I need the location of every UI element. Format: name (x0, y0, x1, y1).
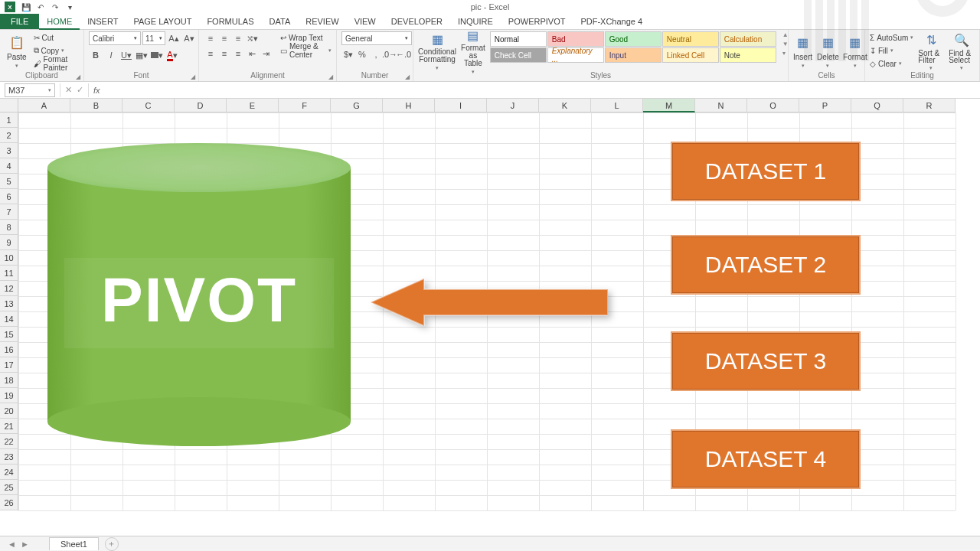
row-header-17[interactable]: 17 (0, 357, 18, 373)
row-header-12[interactable]: 12 (0, 281, 18, 296)
increase-decimal-button[interactable]: .0→ (383, 47, 397, 61)
column-header-P[interactable]: P (799, 99, 851, 112)
insert-cells-button[interactable]: ▦Insert▾ (793, 31, 812, 71)
clear-button[interactable]: ◇Clear▾ (870, 57, 913, 70)
row-header-14[interactable]: 14 (0, 311, 18, 327)
tab-review[interactable]: REVIEW (298, 14, 346, 29)
tab-page-layout[interactable]: PAGE LAYOUT (126, 14, 199, 29)
accounting-format-button[interactable]: $▾ (341, 47, 355, 61)
font-launcher-icon[interactable]: ◢ (191, 73, 195, 80)
save-icon[interactable]: 💾 (20, 2, 32, 12)
style-calculation[interactable]: Calculation (720, 31, 776, 47)
worksheet-grid[interactable]: ABCDEFGHIJKLMNOPQR 123456789101112131415… (0, 99, 980, 551)
shape-dataset-4[interactable]: DATASET 4 (671, 429, 861, 489)
tab-home[interactable]: HOME (39, 14, 80, 30)
grow-font-button[interactable]: A▴ (167, 31, 181, 45)
font-size-select[interactable]: 11▾ (142, 31, 165, 45)
row-header-1[interactable]: 1 (0, 112, 18, 128)
shape-left-arrow[interactable] (371, 279, 608, 326)
column-header-F[interactable]: F (279, 99, 331, 112)
decrease-indent-button[interactable]: ⇤ (245, 47, 259, 60)
align-top-button[interactable]: ≡ (204, 31, 217, 45)
column-header-G[interactable]: G (331, 99, 383, 112)
style-linked-cell[interactable]: Linked Cell (662, 47, 719, 63)
cut-button[interactable]: ✂Cut (34, 31, 79, 44)
shrink-font-button[interactable]: A▾ (182, 31, 196, 45)
column-header-J[interactable]: J (487, 99, 539, 112)
decrease-decimal-button[interactable]: ←.0 (397, 47, 410, 61)
sheet-nav-prev-icon[interactable]: ◄ (8, 540, 16, 549)
column-header-O[interactable]: O (747, 99, 799, 112)
orientation-button[interactable]: ⤭▾ (245, 31, 259, 45)
row-header-24[interactable]: 24 (0, 465, 18, 480)
paste-button[interactable]: 📋 Paste ▾ (5, 31, 29, 71)
column-header-D[interactable]: D (175, 99, 227, 112)
column-header-K[interactable]: K (539, 99, 591, 112)
row-header-10[interactable]: 10 (0, 250, 18, 266)
column-header-A[interactable]: A (18, 99, 70, 112)
format-as-table-button[interactable]: ▤ Format as Table▾ (461, 31, 485, 71)
merge-center-button[interactable]: ▭Merge & Center▾ (280, 44, 332, 57)
row-header-18[interactable]: 18 (0, 373, 18, 388)
row-header-16[interactable]: 16 (0, 342, 18, 357)
row-header-8[interactable]: 8 (0, 220, 18, 235)
style-input[interactable]: Input (605, 47, 662, 63)
row-header-20[interactable]: 20 (0, 403, 18, 419)
row-header-19[interactable]: 19 (0, 388, 18, 403)
column-header-L[interactable]: L (591, 99, 643, 112)
tab-formulas[interactable]: FORMULAS (199, 14, 261, 29)
name-box[interactable]: M37▾ (5, 83, 55, 97)
shape-cylinder-pivot[interactable]: PIVOT (47, 143, 351, 446)
row-header-15[interactable]: 15 (0, 327, 18, 342)
fill-color-button[interactable]: ▾ (150, 48, 164, 62)
number-format-select[interactable]: General▾ (341, 31, 412, 45)
style-explanatory[interactable]: Explanatory ... (547, 47, 604, 63)
row-header-13[interactable]: 13 (0, 296, 18, 311)
conditional-formatting-button[interactable]: ▦ Conditional Formatting▾ (418, 31, 456, 71)
sort-filter-button[interactable]: ⇅Sort & Filter▾ (918, 31, 944, 71)
alignment-launcher-icon[interactable]: ◢ (328, 73, 333, 80)
style-check-cell[interactable]: Check Cell (490, 47, 547, 63)
enter-formula-icon[interactable]: ✓ (77, 85, 83, 95)
align-bottom-button[interactable]: ≡ (231, 31, 245, 45)
row-header-22[interactable]: 22 (0, 434, 18, 449)
column-header-N[interactable]: N (695, 99, 747, 112)
new-sheet-button[interactable]: ＋ (105, 537, 119, 551)
styles-scroll-up-icon[interactable]: ▲ (782, 31, 789, 38)
column-header-H[interactable]: H (383, 99, 435, 112)
style-note[interactable]: Note (720, 47, 776, 63)
style-normal[interactable]: Normal (490, 31, 547, 47)
row-header-5[interactable]: 5 (0, 174, 18, 189)
percent-format-button[interactable]: % (355, 47, 369, 61)
border-button[interactable]: ▦▾ (135, 48, 149, 62)
column-header-I[interactable]: I (435, 99, 487, 112)
tab-pdf-xchange[interactable]: PDF-XChange 4 (573, 14, 650, 29)
tab-file[interactable]: FILE (0, 14, 39, 29)
styles-scroll-down-icon[interactable]: ▼ (782, 41, 789, 47)
align-right-button[interactable]: ≡ (231, 47, 245, 60)
fx-icon[interactable]: fx (89, 86, 100, 95)
font-color-button[interactable]: A▾ (165, 48, 179, 62)
bold-button[interactable]: B (89, 48, 103, 62)
column-header-Q[interactable]: Q (851, 99, 903, 112)
find-select-button[interactable]: 🔍Find & Select▾ (949, 31, 975, 71)
formula-input[interactable] (100, 83, 980, 97)
clipboard-launcher-icon[interactable]: ◢ (76, 73, 80, 80)
select-all-corner[interactable] (0, 99, 18, 112)
underline-button[interactable]: U▾ (119, 48, 133, 62)
font-name-select[interactable]: Calibri▾ (89, 31, 141, 45)
format-cells-button[interactable]: ▦Format▾ (844, 31, 867, 71)
sheet-nav-next-icon[interactable]: ► (21, 540, 29, 549)
tab-data[interactable]: DATA (262, 14, 299, 29)
tab-view[interactable]: VIEW (347, 14, 384, 29)
row-header-26[interactable]: 26 (0, 495, 18, 510)
shape-dataset-1[interactable]: DATASET 1 (671, 142, 861, 201)
tab-developer[interactable]: DEVELOPER (384, 14, 450, 29)
column-header-M[interactable]: M (643, 99, 695, 112)
column-header-C[interactable]: C (122, 99, 175, 112)
row-header-3[interactable]: 3 (0, 143, 18, 158)
comma-format-button[interactable]: , (369, 47, 383, 61)
sheet-tab-sheet1[interactable]: Sheet1 (49, 537, 99, 550)
fill-button[interactable]: ↧Fill▾ (870, 44, 913, 57)
style-neutral[interactable]: Neutral (662, 31, 719, 47)
